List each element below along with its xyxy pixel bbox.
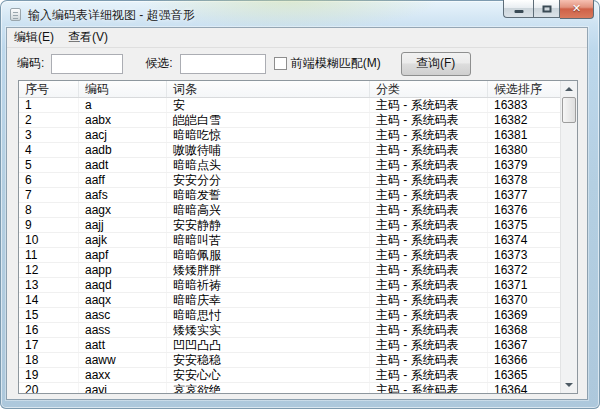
cell-word: 暗暗叫苦	[167, 233, 370, 247]
cell-index: 6	[19, 173, 79, 187]
table-row[interactable]: 2 aabx 皑皑白雪 主码 - 系统码表 16382	[19, 113, 560, 128]
column-header-order[interactable]: 候选排序	[488, 81, 560, 97]
cell-code: aajj	[79, 218, 167, 232]
table-header: 序号 编码 词条 分类 候选排序	[19, 81, 560, 98]
cell-index: 18	[19, 353, 79, 367]
table-row[interactable]: 16 aass 矮矮实实 主码 - 系统码表 16368	[19, 323, 560, 338]
cell-index: 1	[19, 98, 79, 112]
cell-word: 安安分分	[167, 173, 370, 187]
cell-code: aaff	[79, 173, 167, 187]
code-label: 编码:	[17, 55, 44, 72]
cell-index: 9	[19, 218, 79, 232]
cell-word: 嗷嗷待哺	[167, 143, 370, 157]
close-icon: ✕	[560, 2, 593, 15]
menu-item-edit[interactable]: 编辑(E)	[7, 27, 61, 48]
cell-index: 19	[19, 368, 79, 382]
table-row[interactable]: 5 aadt 暗暗点头 主码 - 系统码表 16379	[19, 158, 560, 173]
cell-code: a	[79, 98, 167, 112]
cell-order: 16378	[488, 173, 560, 187]
column-header-index[interactable]: 序号	[19, 81, 79, 97]
table-row[interactable]: 15 aasc 暗暗思忖 主码 - 系统码表 16369	[19, 308, 560, 323]
cell-word: 凹凹凸凸	[167, 338, 370, 352]
vertical-scrollbar[interactable]	[560, 81, 577, 393]
cell-category: 主码 - 系统码表	[370, 203, 488, 217]
cell-category: 主码 - 系统码表	[370, 173, 488, 187]
cell-index: 4	[19, 143, 79, 157]
client-area: 编辑(E) 查看(V) 编码: 候选: 前端模糊匹配(M) 查询(F) 序号 编…	[7, 28, 587, 399]
cell-index: 7	[19, 188, 79, 202]
cell-index: 16	[19, 323, 79, 337]
table-row[interactable]: 18 aaww 安安稳稳 主码 - 系统码表 16366	[19, 353, 560, 368]
table-row[interactable]: 14 aaqx 暗暗庆幸 主码 - 系统码表 16370	[19, 293, 560, 308]
cell-word: 皑皑白雪	[167, 113, 370, 127]
scrollbar-thumb[interactable]	[562, 97, 576, 123]
cell-code: aagx	[79, 203, 167, 217]
cell-index: 13	[19, 278, 79, 292]
cell-index: 5	[19, 158, 79, 172]
cell-word: 安	[167, 98, 370, 112]
cell-index: 11	[19, 248, 79, 262]
table-row[interactable]: 20 aayj 哀哀欲绝 主码 - 系统码表 16364	[19, 383, 560, 393]
table-row[interactable]: 10 aajk 暗暗叫苦 主码 - 系统码表 16374	[19, 233, 560, 248]
table-row[interactable]: 6 aaff 安安分分 主码 - 系统码表 16378	[19, 173, 560, 188]
scroll-up-button[interactable]	[561, 81, 577, 97]
close-button[interactable]: ✕	[560, 0, 594, 19]
window-controls: ✕	[503, 0, 594, 19]
cell-word: 暗暗佩服	[167, 248, 370, 262]
column-header-code[interactable]: 编码	[79, 81, 167, 97]
minimize-button[interactable]	[503, 0, 533, 18]
cell-word: 矮矮实实	[167, 323, 370, 337]
table-row[interactable]: 13 aaqd 暗暗祈祷 主码 - 系统码表 16371	[19, 278, 560, 293]
column-header-category[interactable]: 分类	[370, 81, 488, 97]
cell-word: 安安静静	[167, 218, 370, 232]
cell-category: 主码 - 系统码表	[370, 233, 488, 247]
query-button[interactable]: 查询(F)	[401, 52, 471, 76]
cell-category: 主码 - 系统码表	[370, 113, 488, 127]
cell-category: 主码 - 系统码表	[370, 353, 488, 367]
cell-code: aaxx	[79, 368, 167, 382]
cell-code: aaqx	[79, 293, 167, 307]
cell-index: 20	[19, 383, 79, 393]
table-row[interactable]: 17 aatt 凹凹凸凸 主码 - 系统码表 16367	[19, 338, 560, 353]
cell-index: 2	[19, 113, 79, 127]
cell-code: aafs	[79, 188, 167, 202]
window-title: 输入编码表详细视图 - 超强音形	[28, 7, 195, 24]
titlebar[interactable]: 输入编码表详细视图 - 超强音形 ✕	[0, 0, 600, 28]
cell-order: 16381	[488, 128, 560, 142]
cell-word: 暗暗发誓	[167, 188, 370, 202]
arrow-down-icon	[565, 383, 573, 387]
cell-index: 17	[19, 338, 79, 352]
cell-code: aayj	[79, 383, 167, 393]
cell-category: 主码 - 系统码表	[370, 278, 488, 292]
table-row[interactable]: 19 aaxx 安安心心 主码 - 系统码表 16365	[19, 368, 560, 383]
cell-word: 暗暗祈祷	[167, 278, 370, 292]
cell-order: 16371	[488, 278, 560, 292]
table-row[interactable]: 7 aafs 暗暗发誓 主码 - 系统码表 16377	[19, 188, 560, 203]
cell-code: aajk	[79, 233, 167, 247]
table-row[interactable]: 1 a 安 主码 - 系统码表 16383	[19, 98, 560, 113]
table-body: 1 a 安 主码 - 系统码表 16383 2 aabx 皑皑白雪 主码 - 系…	[19, 98, 560, 393]
cell-word: 暗暗吃惊	[167, 128, 370, 142]
column-header-word[interactable]: 词条	[167, 81, 370, 97]
fuzzy-match-checkbox[interactable]	[274, 57, 287, 70]
table-row[interactable]: 4 aadb 嗷嗷待哺 主码 - 系统码表 16380	[19, 143, 560, 158]
scroll-down-button[interactable]	[561, 377, 577, 393]
cell-order: 16377	[488, 188, 560, 202]
cell-code: aapp	[79, 263, 167, 277]
cell-index: 15	[19, 308, 79, 322]
table-row[interactable]: 12 aapp 矮矮胖胖 主码 - 系统码表 16372	[19, 263, 560, 278]
table-row[interactable]: 8 aagx 暗暗高兴 主码 - 系统码表 16376	[19, 203, 560, 218]
code-input[interactable]	[51, 54, 123, 74]
cell-order: 16367	[488, 338, 560, 352]
cell-word: 矮矮胖胖	[167, 263, 370, 277]
minimize-icon	[514, 10, 523, 13]
cell-category: 主码 - 系统码表	[370, 248, 488, 262]
menu-item-view[interactable]: 查看(V)	[61, 27, 115, 48]
cell-category: 主码 - 系统码表	[370, 158, 488, 172]
cell-word: 暗暗庆幸	[167, 293, 370, 307]
table-row[interactable]: 3 aacj 暗暗吃惊 主码 - 系统码表 16381	[19, 128, 560, 143]
candidate-input[interactable]	[180, 54, 266, 74]
table-row[interactable]: 9 aajj 安安静静 主码 - 系统码表 16375	[19, 218, 560, 233]
maximize-button[interactable]	[533, 0, 560, 18]
table-row[interactable]: 11 aapf 暗暗佩服 主码 - 系统码表 16373	[19, 248, 560, 263]
